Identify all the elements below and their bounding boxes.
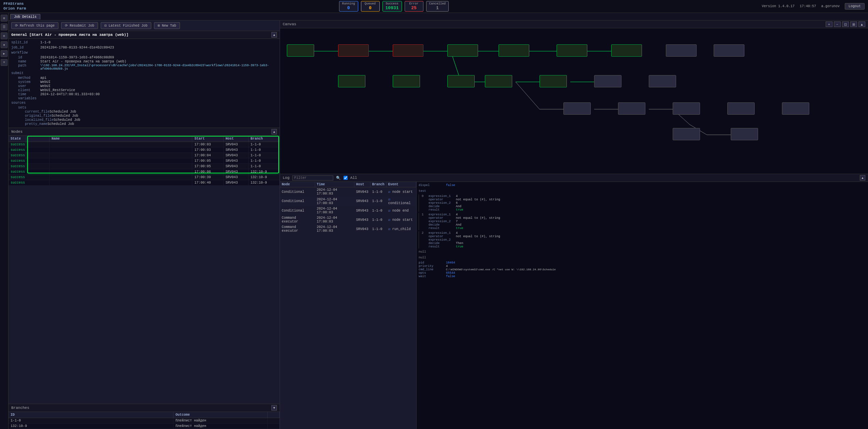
log-detail-executor: pid10464 priority4 cmd_lineC:\WINDOWS\sy…	[419, 261, 866, 278]
table-row[interactable]: Command executor 2024-12-04 17:00:03 SRV…	[280, 225, 416, 234]
log-time: 2024-12-04 17:00:03	[315, 206, 354, 215]
nodes-table-container[interactable]: State Name Start Host Branch success 17:…	[9, 136, 280, 404]
canvas-shrink-button[interactable]: ▲	[858, 22, 865, 27]
log-event: ☑ node start	[386, 215, 416, 225]
sidebar-icon-5[interactable]: ▶	[1, 50, 8, 57]
table-row[interactable]: Command executor 2024-12-04 17:00:03 SRV…	[280, 215, 416, 225]
branch-outcome: Плейлист найден	[173, 418, 268, 424]
table-row[interactable]: success 17:00:05 SRV043 1-1-0	[9, 158, 280, 164]
node-branch: 1-1-0	[248, 147, 279, 153]
status-cancelled[interactable]: Cancelled 1	[426, 1, 449, 12]
branch-extra	[268, 424, 280, 429]
error-value: 25	[411, 5, 417, 11]
list-item[interactable]: 132:10-9 Плейлист найден	[9, 424, 280, 429]
branches-col-extra	[268, 412, 280, 418]
node-host: SRV043	[223, 153, 248, 158]
canvas-node-6[interactable]	[557, 44, 587, 57]
top-right-bar: Version 1.4.0.17 17:40:57 a.gorunov Logo…	[762, 3, 865, 10]
log-detail-area[interactable]: dispelfalse test 0expression_14 operator…	[417, 182, 868, 429]
node-branch: 1-1-0	[248, 158, 279, 164]
log-time: 2024-12-04 17:00:03	[315, 225, 354, 234]
logout-button[interactable]: Logout	[845, 3, 865, 10]
workflow-key: workflow	[11, 51, 40, 55]
table-row[interactable]: success 17:00:40 SRV043 132:10-9	[9, 180, 280, 186]
log-branch: 1-1-0	[370, 215, 386, 225]
table-row[interactable]: success 17:00:05 SRV043 1-1-0	[9, 164, 280, 169]
status-queued[interactable]: Queued 0	[361, 1, 380, 12]
status-running[interactable]: Running 0	[339, 1, 358, 12]
sidebar-icon-6[interactable]: ≡	[1, 59, 8, 66]
canvas-plus-button[interactable]: +	[826, 22, 832, 27]
nodes-col-branch: Branch	[248, 136, 279, 142]
canvas-node-11[interactable]	[393, 75, 420, 87]
canvas-node-1[interactable]	[287, 44, 314, 57]
canvas-minus-button[interactable]: −	[834, 22, 841, 27]
canvas-node-18[interactable]	[618, 102, 645, 115]
status-success[interactable]: Success 10931	[382, 1, 402, 12]
list-item[interactable]: 1-1-0 Плейлист найден	[9, 418, 280, 424]
canvas-node-22[interactable]	[673, 128, 700, 140]
table-row[interactable]: Conditional 2024-12-04 17:00:03 SRV043 1…	[280, 206, 416, 215]
table-row[interactable]: success 17:00:03 SRV043 1-1-0	[9, 142, 280, 147]
sidebar-icon-1[interactable]: ⊞	[1, 15, 8, 22]
canvas-node-16[interactable]	[649, 75, 676, 87]
canvas-node-17[interactable]	[563, 102, 591, 115]
log-all-checkbox[interactable]	[344, 176, 348, 180]
log-label: Log	[283, 176, 290, 180]
canvas-node-7[interactable]	[611, 44, 642, 57]
table-row[interactable]: success 17:00:06 SRV043 132:10-9	[9, 169, 280, 175]
status-error[interactable]: Error 25	[405, 1, 423, 12]
sidebar-icon-2[interactable]: ☰	[1, 24, 8, 30]
canvas-node-10[interactable]	[338, 75, 365, 87]
job-expand-button[interactable]: ▲	[271, 32, 277, 38]
workflow-name-key: name	[18, 60, 40, 63]
canvas-node-12[interactable]	[447, 75, 475, 87]
canvas-node-13[interactable]	[485, 75, 512, 87]
branches-expand-button[interactable]: ▼	[271, 405, 277, 411]
table-row[interactable]: success 17:00:39 SRV043 132:10-9	[9, 175, 280, 180]
latest-finished-button[interactable]: ⊡ Latest Finished Job	[101, 22, 151, 29]
canvas-node-2[interactable]	[338, 44, 369, 57]
canvas-node-3[interactable]	[393, 44, 423, 57]
nodes-expand-button[interactable]: ▲	[271, 129, 277, 134]
table-row[interactable]: Conditional 2024-12-04 17:00:03 SRV043 1…	[280, 187, 416, 197]
canvas-node-5[interactable]	[499, 44, 529, 57]
canvas-node-15[interactable]	[594, 75, 621, 87]
tab-job-details[interactable]: Job Details	[10, 14, 40, 19]
canvas-node-4[interactable]	[447, 44, 478, 57]
time-display: 17:40:57	[800, 4, 816, 8]
sources-key: sources	[11, 101, 40, 105]
canvas-node-23[interactable]	[731, 128, 758, 140]
sidebar-icon-4[interactable]: ◈	[1, 41, 8, 48]
canvas-expand-button[interactable]: ⊞	[850, 22, 857, 27]
sidebar-icon-3[interactable]: ⚙	[1, 32, 8, 39]
log-col-event: Event	[386, 182, 416, 187]
canvas-fit-button[interactable]: ⊡	[842, 22, 849, 27]
canvas-node-14[interactable]	[540, 75, 567, 87]
table-row[interactable]: success 17:00:04 SRV043 1-1-0	[9, 153, 280, 158]
canvas-node-8[interactable]	[666, 44, 697, 57]
log-event: ☑ node end	[386, 206, 416, 215]
canvas-node-21[interactable]	[782, 102, 809, 115]
canvas-node-19[interactable]	[673, 102, 700, 115]
nodes-label: Nodes	[11, 130, 23, 134]
table-row[interactable]: success 17:00:03 SRV043 1-1-0	[9, 147, 280, 153]
resubmit-button[interactable]: ⟳ Resubmit Job	[61, 22, 98, 29]
canvas-node-20[interactable]	[727, 102, 755, 115]
branches-section: Branches ▼ ID Outcome 1-1-0 Плейлист най…	[9, 404, 280, 429]
log-table-area[interactable]: Node Time Host Branch Event Conditional …	[280, 182, 417, 429]
log-expand-button[interactable]: ▲	[860, 175, 865, 181]
node-host: SRV043	[223, 169, 248, 175]
node-start: 17:00:04	[192, 153, 223, 158]
node-branch: 1-1-0	[248, 153, 279, 158]
split-id-key: split_id	[11, 40, 40, 45]
canvas-node-9[interactable]	[714, 44, 744, 57]
variables-key: variables	[18, 97, 40, 100]
refresh-button[interactable]: ⟳ Refresh this page	[11, 22, 58, 29]
log-event: ☑ node start	[386, 187, 416, 197]
main-container: Job Details ⟳ Refresh this page ⟳ Resubm…	[9, 13, 868, 429]
log-filter-input[interactable]	[292, 175, 333, 181]
table-row[interactable]: Conditional 2024-12-04 17:00:03 SRV043 1…	[280, 197, 416, 206]
new-tab-button[interactable]: ⊞ New Tab	[154, 22, 180, 29]
node-host: SRV043	[223, 142, 248, 147]
